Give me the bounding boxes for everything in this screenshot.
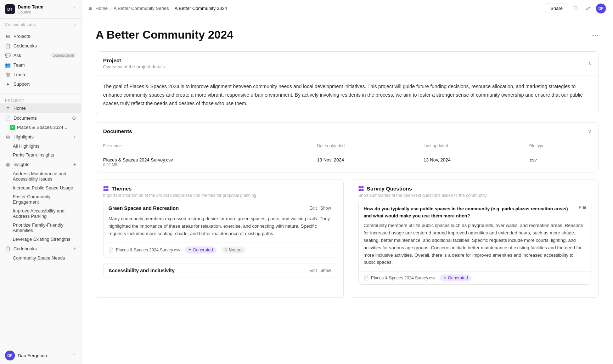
codebooks-add-icon[interactable]: + xyxy=(73,246,76,251)
sidebar-item-team-label: Team xyxy=(13,62,25,68)
svg-rect-6 xyxy=(359,189,361,191)
sidebar-item-support[interactable]: ● Support xyxy=(0,79,81,89)
share-button[interactable]: Share xyxy=(545,4,568,13)
brand-chevron-icon[interactable]: ⌃ xyxy=(73,7,76,12)
doc-date-uploaded: 13 Nov, 2024 xyxy=(310,152,417,172)
page-title: A Better Community 2024 xyxy=(96,28,233,41)
survey-file-ref-0: 📄 Places & Spaces 2024 Survey.csv xyxy=(364,275,435,280)
project-card-chevron-icon: ∧ xyxy=(588,61,591,66)
sidebar: DT Demo Team Council ⌃ Communiti Labs ⌕ … xyxy=(0,0,81,364)
breadcrumb-home[interactable]: Home xyxy=(95,6,108,11)
expand-icon[interactable]: ⤢ xyxy=(584,4,592,13)
page-title-row: A Better Community 2024 ⋯ xyxy=(96,28,599,41)
sidebar-community-space-needs[interactable]: Community Space Needs xyxy=(0,254,81,262)
hamburger-icon[interactable]: ≡ xyxy=(89,5,92,12)
sidebar-documents-label: Documents xyxy=(13,115,37,121)
insight-4-label: Prioritize Family-Friendly Amenities xyxy=(13,222,76,233)
sidebar-item-parks-team-insights[interactable]: Parks Team Insights xyxy=(0,150,81,159)
sidebar-item-codebooks[interactable]: 📋 Codebooks xyxy=(0,41,81,51)
breadcrumb-current: A Better Community 2024 xyxy=(175,6,227,11)
table-row: Places & Spaces 2024 Survey.csv 0.02 MB … xyxy=(96,152,598,172)
col-file-type: File type xyxy=(522,140,598,152)
project-card-text: The goal of Places & Spaces 2024 is to i… xyxy=(103,83,591,108)
sidebar-places-spaces-label: Places & Spaces 2024... xyxy=(17,125,67,130)
theme-edit-button-1[interactable]: Edit xyxy=(309,268,317,273)
sidebar-item-ask[interactable]: 💬 Ask Coming Soon xyxy=(0,51,81,60)
svg-rect-5 xyxy=(361,186,364,188)
community-space-needs-label: Community Space Needs xyxy=(13,255,65,261)
documents-table-container: File name Date uploaded Last updated Fil… xyxy=(96,140,598,172)
svg-rect-4 xyxy=(359,186,361,188)
theme-item-0-body: Many community members expressed a stron… xyxy=(103,215,336,242)
file-icon: 📄 xyxy=(108,248,114,252)
documents-add-icon[interactable]: ⊕ xyxy=(72,115,76,121)
theme-show-button-1[interactable]: Show xyxy=(320,268,331,273)
theme-item-0: Green Spaces and Recreation Edit Show Ma… xyxy=(103,201,336,257)
sidebar-insight-0[interactable]: Address Maintenance and Accessibility Is… xyxy=(0,169,81,183)
themes-icon xyxy=(103,186,109,192)
themes-card-body: Green Spaces and Recreation Edit Show Ma… xyxy=(96,201,343,290)
sidebar-insight-5[interactable]: Leverage Existing Strengths xyxy=(0,235,81,244)
sidebar-highlights-label: Highlights xyxy=(13,134,34,140)
parks-team-insights-label: Parks Team Insights xyxy=(13,152,54,158)
insights-add-icon[interactable]: + xyxy=(73,161,76,167)
survey-edit-button-0[interactable]: Edit xyxy=(579,205,586,210)
sidebar-item-support-label: Support xyxy=(13,81,30,87)
documents-card-header[interactable]: Documents ∨ xyxy=(96,123,598,140)
theme-item-1: Accessibility and Inclusivity Edit Show xyxy=(103,263,336,278)
user-name: Dan Ferguson xyxy=(18,353,47,358)
project-card-title: Project xyxy=(103,57,166,63)
project-section-label: Project xyxy=(0,96,81,103)
all-highlights-label: All Highlights xyxy=(13,143,39,149)
ask-icon: 💬 xyxy=(5,53,11,58)
project-card-header[interactable]: Project Overview of the project details.… xyxy=(96,52,598,75)
content-area: A Better Community 2024 ⋯ Project Overvi… xyxy=(81,17,613,364)
sidebar-insight-1[interactable]: Increase Public Space Usage xyxy=(0,183,81,192)
documents-table: File name Date uploaded Last updated Fil… xyxy=(96,140,598,172)
insight-5-label: Leverage Existing Strengths xyxy=(13,237,71,242)
sidebar-item-codebooks-section[interactable]: 📋 Codebooks + xyxy=(0,244,81,254)
sidebar-nav: ⊞ Projects 📋 Codebooks 💬 Ask Coming Soon… xyxy=(0,30,81,90)
survey-card-body: How do you typically use public spaces i… xyxy=(351,201,598,297)
highlights-add-icon[interactable]: + xyxy=(73,134,76,140)
sidebar-item-documents[interactable]: 📄 Documents ⊕ xyxy=(0,113,81,123)
col-last-updated: Last updated xyxy=(416,140,521,152)
sidebar-insight-2[interactable]: Foster Community Engagement xyxy=(0,192,81,206)
sidebar-header: DT Demo Team Council ⌃ xyxy=(0,0,81,19)
sidebar-brand: DT Demo Team Council xyxy=(5,4,44,14)
page-more-icon[interactable]: ⋯ xyxy=(592,31,599,39)
survey-item-0-body: Community members utilize public spaces … xyxy=(359,219,591,271)
survey-item-0: How do you typically use public spaces i… xyxy=(358,201,591,285)
theme-item-0-footer: 📄 Places & Spaces 2024 Survey.csv ✦ Gene… xyxy=(103,243,336,257)
svg-rect-0 xyxy=(103,186,106,188)
sidebar-footer[interactable]: DF Dan Ferguson ⌃ xyxy=(0,347,81,364)
sidebar-item-home[interactable]: ≡ Home xyxy=(0,103,81,113)
sidebar-item-highlights[interactable]: ◎ Highlights + xyxy=(0,132,81,142)
svg-rect-7 xyxy=(361,189,364,191)
projects-icon: ⊞ xyxy=(5,34,11,39)
breadcrumb-series[interactable]: A Better Community Series xyxy=(113,6,169,11)
sidebar-item-trash[interactable]: 🗑 Trash xyxy=(0,70,81,79)
sidebar-item-team[interactable]: 👥 Team xyxy=(0,60,81,70)
sidebar-search-row: Communiti Labs ⌕ xyxy=(0,19,81,30)
sidebar-item-places-spaces[interactable]: ✕ Places & Spaces 2024... xyxy=(0,123,81,132)
sidebar-item-all-highlights[interactable]: All Highlights xyxy=(0,142,81,150)
codebooks-icon: 📋 xyxy=(5,43,11,49)
theme-file-ref-0: 📄 Places & Spaces 2024 Survey.csv xyxy=(108,248,180,252)
sidebar-item-insights[interactable]: ◎ Insights + xyxy=(0,159,81,169)
survey-item-0-question: How do you typically use public spaces i… xyxy=(364,205,575,219)
breadcrumb-sep-2: › xyxy=(171,6,172,11)
heart-icon[interactable]: ♡ xyxy=(572,4,580,13)
svg-rect-3 xyxy=(106,189,108,191)
sidebar-item-projects[interactable]: ⊞ Projects xyxy=(0,32,81,41)
sidebar-insight-3[interactable]: Improve Accessibility and Address Parkin… xyxy=(0,206,81,221)
theme-show-button-0[interactable]: Show xyxy=(320,206,331,211)
survey-card-title: Survey Questions xyxy=(358,186,591,192)
theme-edit-button-0[interactable]: Edit xyxy=(309,206,317,211)
sidebar-insight-4[interactable]: Prioritize Family-Friendly Amenities xyxy=(0,221,81,235)
two-col-grid: Themes Important information of the proj… xyxy=(96,180,599,298)
search-icon[interactable]: ⌕ xyxy=(73,22,76,27)
themes-card: Themes Important information of the proj… xyxy=(96,180,344,298)
trash-icon: 🗑 xyxy=(5,72,11,77)
places-spaces-icon: ✕ xyxy=(10,125,15,130)
